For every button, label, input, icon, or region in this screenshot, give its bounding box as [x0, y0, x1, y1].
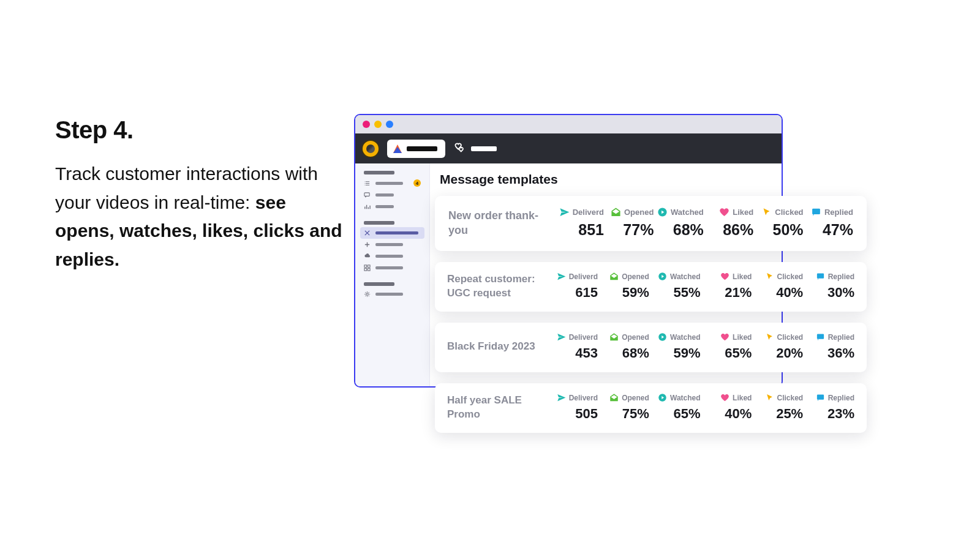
sidebar-item[interactable]: [360, 250, 424, 262]
svg-rect-7: [812, 209, 820, 214]
cursor-icon: [765, 272, 774, 281]
metric-opened: Opened 77%: [605, 207, 654, 239]
send-icon: [559, 207, 570, 217]
template-card[interactable]: Half year SALE Promo Deliverd 505 Opened…: [435, 383, 867, 433]
metric-opened: Opened 59%: [605, 272, 649, 301]
sidebar-section-header: [360, 168, 424, 177]
expand-window-icon[interactable]: [386, 121, 393, 128]
template-cards: New order thank-you Deliverd 851 Opened …: [435, 196, 867, 433]
svg-rect-1: [364, 265, 367, 268]
workspace-name-placeholder: [407, 146, 437, 151]
sidebar-item[interactable]: [360, 201, 424, 212]
heart-icon: [720, 393, 729, 402]
sidebar-header-label: [364, 171, 394, 174]
step-body: Track customer interactions with your vi…: [55, 160, 343, 274]
envelope-open-icon: [609, 332, 619, 342]
sidebar-item[interactable]: [360, 262, 424, 274]
sidebar-section-header: [360, 219, 424, 227]
metric-delivered: Deliverd 851: [549, 207, 604, 239]
sidebar-header-label: [364, 282, 394, 286]
sidebar-item[interactable]: [360, 189, 424, 201]
reply-icon: [816, 332, 825, 342]
sidebar-item[interactable]: 4: [360, 177, 424, 189]
template-name: Black Friday 2023: [447, 340, 539, 354]
metric-clicked: Clicked 40%: [759, 272, 803, 301]
send-icon: [557, 393, 566, 402]
page-title: Message templates: [440, 172, 782, 187]
list-icon: [364, 180, 371, 187]
sidebar-header-label: [364, 221, 394, 225]
workspace-selector[interactable]: [387, 140, 445, 158]
envelope-open-icon: [609, 393, 619, 402]
svg-rect-0: [364, 193, 369, 197]
reply-icon: [816, 272, 825, 281]
play-icon: [658, 332, 667, 342]
metric-liked: Liked 21%: [707, 272, 752, 301]
template-card[interactable]: Black Friday 2023 Deliverd 453 Opened 68…: [435, 323, 867, 372]
nav-favorites-label-placeholder: [471, 146, 497, 151]
metrics-row: Deliverd 851 Opened 77% Watched 68% Like…: [549, 207, 853, 239]
metrics-row: Deliverd 453 Opened 68% Watched 59% Like…: [548, 332, 854, 361]
metric-clicked: Clicked 50%: [755, 207, 804, 239]
play-icon: [657, 207, 668, 217]
step-title: Step 4.: [55, 116, 343, 144]
svg-rect-9: [817, 274, 824, 279]
svg-rect-13: [817, 395, 824, 400]
chart-icon: [364, 203, 371, 210]
marketing-copy: Step 4. Track customer interactions with…: [55, 116, 343, 274]
send-icon: [557, 272, 566, 281]
play-icon: [658, 393, 667, 402]
cursor-icon: [765, 393, 774, 402]
sidebar-section-header: [360, 280, 424, 288]
metric-opened: Opened 75%: [605, 393, 649, 422]
metric-watched: Watched 65%: [657, 393, 701, 422]
hearts-icon: [453, 141, 466, 157]
send-icon: [557, 332, 566, 342]
play-icon: [658, 272, 667, 281]
templates-icon: [364, 230, 371, 236]
minimize-window-icon[interactable]: [374, 121, 382, 128]
app-logo-icon[interactable]: [361, 140, 380, 158]
svg-rect-11: [817, 334, 824, 339]
sidebar-item-settings[interactable]: [360, 288, 424, 300]
metric-delivered: Deliverd 505: [548, 393, 598, 422]
heart-icon: [720, 272, 729, 281]
nav-favorites[interactable]: [453, 141, 497, 157]
cloud-icon: [364, 253, 371, 260]
top-bar: [355, 133, 782, 163]
metric-watched: Watched 55%: [657, 272, 701, 301]
reply-icon: [811, 207, 821, 217]
cursor-icon: [761, 207, 772, 217]
metric-replied: Replied 30%: [810, 272, 854, 301]
svg-rect-2: [368, 265, 370, 268]
sidebar: 4: [355, 163, 430, 386]
close-window-icon[interactable]: [363, 121, 370, 128]
svg-rect-4: [368, 268, 370, 271]
sidebar-item[interactable]: [360, 239, 424, 250]
cursor-icon: [765, 332, 774, 342]
sidebar-item-templates[interactable]: [360, 227, 424, 239]
svg-rect-3: [364, 268, 367, 271]
metric-replied: Replied 47%: [804, 207, 853, 239]
template-name: Repeat customer: UGC request: [447, 272, 539, 301]
metrics-row: Deliverd 505 Opened 75% Watched 65% Like…: [548, 393, 854, 422]
metrics-row: Deliverd 615 Opened 59% Watched 55% Like…: [548, 272, 854, 301]
metric-watched: Watched 59%: [657, 332, 701, 361]
template-name: Half year SALE Promo: [447, 394, 539, 422]
template-card[interactable]: New order thank-you Deliverd 851 Opened …: [435, 196, 867, 251]
reply-icon: [816, 393, 825, 402]
metric-opened: Opened 68%: [605, 332, 649, 361]
metric-clicked: Clicked 20%: [759, 332, 803, 361]
metric-delivered: Deliverd 615: [548, 272, 598, 301]
metric-replied: Replied 36%: [810, 332, 854, 361]
plus-icon: [364, 241, 371, 248]
gear-icon: [364, 291, 371, 298]
window-traffic-lights: [355, 115, 782, 133]
workspace-icon: [393, 144, 402, 153]
template-name: New order thank-you: [448, 208, 540, 238]
template-card[interactable]: Repeat customer: UGC request Deliverd 61…: [435, 262, 867, 312]
envelope-open-icon: [609, 272, 619, 281]
metric-liked: Liked 40%: [707, 393, 752, 422]
metric-liked: Liked 65%: [707, 332, 752, 361]
heart-icon: [720, 332, 729, 342]
